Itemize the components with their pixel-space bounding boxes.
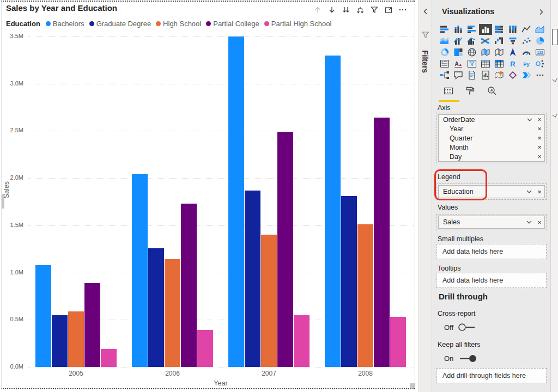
bar-2006-graduate-degree[interactable] xyxy=(148,248,164,367)
viz-type-area-chart-icon[interactable] xyxy=(533,24,547,35)
legend-field-well[interactable]: Education × xyxy=(436,183,547,200)
bar-2006-bachelors[interactable] xyxy=(132,174,148,367)
keep-all-filters-toggle[interactable]: On xyxy=(444,354,477,363)
legend-item[interactable]: Partial High School xyxy=(264,20,332,28)
viz-type-filled-map-icon[interactable] xyxy=(479,47,492,58)
viz-type-100-stacked-bar-chart-icon[interactable] xyxy=(493,24,506,35)
tab-fields[interactable] xyxy=(443,85,454,99)
viz-type-clustered-column-chart-icon[interactable] xyxy=(479,24,492,35)
viz-type-python-visual-icon[interactable]: Py xyxy=(520,58,533,69)
legend-item[interactable]: Graduate Degree xyxy=(89,20,151,28)
bar-2008-partial-college[interactable] xyxy=(374,118,390,367)
filters-pane-label[interactable]: Filters xyxy=(421,50,429,73)
bar-2005-partial-high-school[interactable] xyxy=(101,349,117,367)
field-remove-icon[interactable]: × xyxy=(535,134,544,142)
small-multiples-drop-zone[interactable]: Add data fields here xyxy=(436,244,547,259)
viz-type-treemap-icon[interactable] xyxy=(452,47,465,58)
viz-type-paginated-report-icon[interactable] xyxy=(479,70,492,81)
viz-type-ribbon-chart-icon[interactable] xyxy=(479,35,492,46)
tab-format[interactable] xyxy=(465,85,476,99)
bar-2008-bachelors[interactable] xyxy=(325,56,341,367)
go-to-next-level-icon[interactable] xyxy=(342,5,350,14)
field-remove-icon[interactable]: × xyxy=(535,143,544,151)
bar-2007-partial-college[interactable] xyxy=(277,132,293,367)
viz-type-power-apps-icon[interactable] xyxy=(506,70,519,81)
axis-field-month[interactable]: Month× xyxy=(439,143,544,152)
axis-field-orderdate[interactable]: OrderDate× xyxy=(439,115,544,124)
values-field-chevron-icon[interactable] xyxy=(524,220,535,224)
viz-type-line-and-clustered-column-chart-icon[interactable] xyxy=(465,35,478,46)
viz-type-decomposition-tree-icon[interactable] xyxy=(438,70,451,81)
axis-field-well[interactable]: OrderDate×Year×Quarter×Month×Day× xyxy=(436,113,547,163)
field-remove-icon[interactable]: × xyxy=(535,125,544,133)
values-field-pill[interactable]: Sales xyxy=(439,218,524,226)
clustered-column-chart-visual[interactable]: Sales by Year and Education Education Ba… xyxy=(1,1,415,389)
viz-type-azure-map-icon[interactable] xyxy=(506,47,519,58)
viz-type-more-visuals-icon[interactable] xyxy=(533,70,547,81)
collapse-visualizations-chevron-icon[interactable] xyxy=(537,8,545,18)
viz-type-pie-chart-icon[interactable] xyxy=(533,35,547,46)
bar-2006-partial-high-school[interactable] xyxy=(197,330,213,367)
visual-filter-icon[interactable] xyxy=(370,5,379,14)
bar-2008-graduate-degree[interactable] xyxy=(341,196,357,367)
viz-type-shape-map-icon[interactable] xyxy=(493,47,506,58)
bar-2008-partial-high-school[interactable] xyxy=(390,317,406,367)
legend-field-chevron-icon[interactable] xyxy=(524,189,535,194)
bar-2006-partial-college[interactable] xyxy=(181,204,197,367)
viz-type-stacked-bar-chart-icon[interactable] xyxy=(438,24,451,35)
bar-2008-high-school[interactable] xyxy=(357,224,373,367)
viz-type-line-and-stacked-column-chart-icon[interactable] xyxy=(452,35,465,46)
edge-chevron-icon[interactable] xyxy=(552,111,558,120)
viz-type-map-icon[interactable] xyxy=(465,47,478,58)
viz-type-arcgis-map-icon[interactable] xyxy=(493,70,506,81)
viz-type-stacked-area-chart-icon[interactable] xyxy=(438,35,451,46)
viz-type-kpi-icon[interactable]: A xyxy=(452,58,465,69)
legend-item[interactable]: Bachelors xyxy=(46,20,84,28)
viz-type-donut-chart-icon[interactable] xyxy=(438,47,451,58)
cross-report-toggle[interactable]: Off xyxy=(444,323,477,332)
axis-field-day[interactable]: Day× xyxy=(439,152,544,161)
viz-type-waterfall-chart-icon[interactable] xyxy=(493,35,506,46)
values-field-well[interactable]: Sales × xyxy=(436,214,547,230)
more-options-icon[interactable] xyxy=(398,5,407,14)
expand-filters-chevron-icon[interactable] xyxy=(422,8,429,17)
legend-field-remove-icon[interactable]: × xyxy=(535,188,544,196)
drill-down-icon[interactable] xyxy=(327,5,336,14)
viz-type-r-script-visual-icon[interactable]: R xyxy=(506,58,519,69)
resize-handle-bottom-right[interactable] xyxy=(410,383,415,388)
bar-2005-high-school[interactable] xyxy=(68,311,84,367)
viz-type-key-influencers-icon[interactable] xyxy=(533,58,547,69)
legend-field-pill[interactable]: Education xyxy=(439,188,524,195)
viz-type-slicer-icon[interactable] xyxy=(465,58,478,69)
viz-type-scatter-chart-icon[interactable] xyxy=(520,35,533,46)
viz-type-funnel-chart-icon[interactable] xyxy=(506,35,519,46)
viz-type-matrix-icon[interactable] xyxy=(493,58,506,69)
bar-2007-partial-high-school[interactable] xyxy=(294,315,310,367)
viz-type-power-automate-icon[interactable] xyxy=(520,70,533,81)
field-remove-icon[interactable]: × xyxy=(535,152,544,161)
viz-type-qa-visual-icon[interactable] xyxy=(452,70,465,81)
edge-chevron-icon[interactable] xyxy=(552,75,558,85)
bar-2007-high-school[interactable] xyxy=(261,235,277,367)
focus-mode-icon[interactable] xyxy=(384,5,393,14)
bar-2005-partial-college[interactable] xyxy=(84,283,100,367)
drill-up-icon[interactable] xyxy=(313,5,322,14)
bar-2007-bachelors[interactable] xyxy=(228,36,244,367)
legend-item[interactable]: High School xyxy=(156,20,201,28)
viz-type-clustered-bar-chart-icon[interactable] xyxy=(465,24,478,35)
expand-all-down-icon[interactable] xyxy=(356,5,365,14)
drill-through-drop-zone[interactable]: Add drill-through fields here xyxy=(436,368,547,383)
viz-type-table-icon[interactable] xyxy=(479,58,492,69)
legend-item[interactable]: Partial College xyxy=(206,20,259,28)
bar-2007-graduate-degree[interactable] xyxy=(245,191,260,367)
tab-analytics[interactable] xyxy=(487,85,498,99)
viz-type-card-icon[interactable]: 123 xyxy=(533,47,547,58)
axis-field-year[interactable]: Year× xyxy=(439,124,544,133)
tooltips-drop-zone[interactable]: Add data fields here xyxy=(436,273,547,288)
axis-field-quarter[interactable]: Quarter× xyxy=(439,133,544,143)
bar-2005-graduate-degree[interactable] xyxy=(52,315,68,367)
viz-type-100-stacked-column-chart-icon[interactable] xyxy=(506,24,519,35)
viz-type-gauge-icon[interactable] xyxy=(520,47,533,58)
viz-type-line-chart-icon[interactable] xyxy=(520,24,533,35)
viz-type-stacked-column-chart-icon[interactable] xyxy=(452,24,465,35)
